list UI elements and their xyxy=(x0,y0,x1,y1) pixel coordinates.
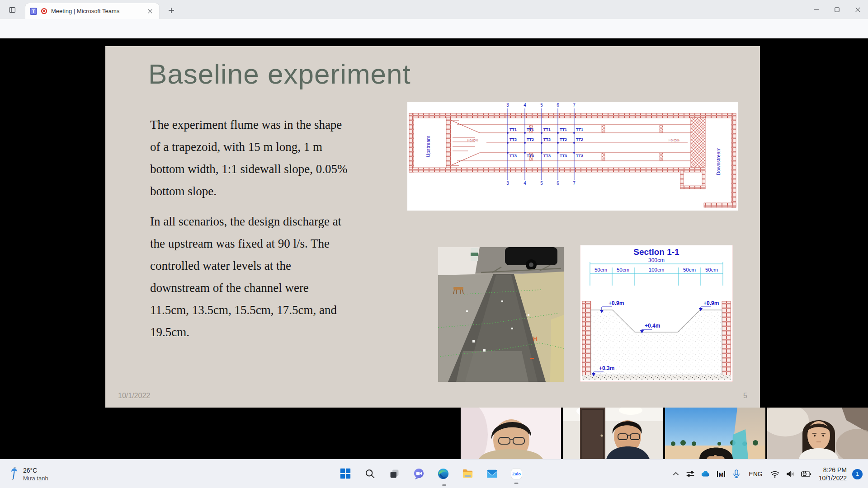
maximize-button[interactable] xyxy=(826,0,847,19)
plan-right-wall xyxy=(731,113,736,207)
screen: T Meeting | Microsoft Teams xyxy=(0,0,868,488)
door xyxy=(580,408,605,459)
running-indicator xyxy=(514,483,519,484)
tab-title: Meeting | Microsoft Teams xyxy=(51,8,142,14)
taskbar-clock[interactable]: 8:26 PM 10/1/2022 xyxy=(819,466,847,482)
close-window-button[interactable] xyxy=(847,0,868,19)
svg-text:Zalo: Zalo xyxy=(512,472,521,476)
plan-gauge-label: TT1 xyxy=(509,127,517,132)
zalo-button[interactable]: Zalo xyxy=(507,462,525,485)
plan-section-number-bottom: 4 xyxy=(524,181,526,186)
section-left-wall xyxy=(582,301,591,377)
m-app-icon-button[interactable]: M xyxy=(713,465,729,483)
plan-gauge-dot xyxy=(541,142,542,144)
participant-video-4[interactable] xyxy=(767,408,868,459)
section-right-wall xyxy=(722,301,731,377)
plan-gauge-label: TT1 xyxy=(543,127,551,132)
mail-button[interactable] xyxy=(483,462,501,485)
plan-downstream-gate xyxy=(691,117,705,167)
plan-gauge-label: TT2 xyxy=(543,137,551,142)
battery-icon-button[interactable] xyxy=(798,465,814,483)
close-icon xyxy=(855,7,860,12)
volume-icon-button[interactable] xyxy=(783,465,798,483)
windows-taskbar: 26°C Mưa tạnh xyxy=(0,459,868,488)
participant-2-video xyxy=(563,408,663,459)
chat-camera-icon xyxy=(413,468,425,480)
plan-gauge-dot xyxy=(524,132,526,134)
slide-paragraph-1: The experiment flume was in the shape of… xyxy=(150,114,376,202)
participant-3-video xyxy=(665,408,765,459)
edge-browser-button[interactable] xyxy=(434,462,452,485)
participant-1-video xyxy=(461,408,561,459)
record-icon xyxy=(41,8,47,14)
file-explorer-button[interactable] xyxy=(458,462,476,485)
section-segment-width: 50cm xyxy=(705,267,718,272)
umbrella-icon xyxy=(9,466,19,482)
plan-gauge-label: TT1 xyxy=(560,127,567,132)
plan-gauge-dot xyxy=(573,152,575,154)
weather-temperature: 26°C xyxy=(23,466,48,474)
microphone-icon-button[interactable] xyxy=(729,465,744,483)
plan-gauge-label: TT1 xyxy=(527,127,534,132)
wifi-icon xyxy=(769,469,780,479)
section-title: Section 1-1 xyxy=(633,247,679,257)
start-button[interactable] xyxy=(336,462,354,485)
plan-gauge-dot xyxy=(507,142,509,144)
plan-section-number-top: 6 xyxy=(557,103,559,108)
plan-section-number-bottom: 3 xyxy=(506,181,509,186)
tray-mixer-icon-button[interactable] xyxy=(683,465,698,483)
tab-close-button[interactable] xyxy=(146,7,155,16)
notification-badge[interactable]: 1 xyxy=(852,469,863,479)
plan-gauge-dot xyxy=(507,152,509,154)
search-icon xyxy=(364,468,376,479)
plan-gauge-label: TT2 xyxy=(560,137,567,142)
plan-gauge-dot xyxy=(573,132,575,134)
plan-gauge-dot xyxy=(541,132,542,134)
tray-overflow-button[interactable] xyxy=(669,465,683,483)
chevron-up-icon xyxy=(671,469,681,479)
section-segment-width: 50cm xyxy=(594,267,607,272)
folder-icon xyxy=(462,468,474,480)
plan-section-number-bottom: 7 xyxy=(573,181,576,186)
tab-actions-icon xyxy=(8,6,16,14)
search-button[interactable] xyxy=(361,462,379,485)
speaker-icon xyxy=(785,469,796,479)
wifi-icon-button[interactable] xyxy=(767,465,783,483)
minimize-button[interactable] xyxy=(806,0,826,19)
battery-charging-icon xyxy=(800,469,812,479)
plan-slope-label-2: i=0.05% xyxy=(669,139,679,142)
elevation-base-label: +0.3m xyxy=(599,365,614,371)
browser-tab-strip: T Meeting | Microsoft Teams xyxy=(0,0,868,19)
onedrive-icon-button[interactable] xyxy=(698,465,713,483)
plan-section-number-top: 5 xyxy=(540,103,543,108)
zalo-icon: Zalo xyxy=(510,468,523,480)
system-tray: M ENG xyxy=(669,460,868,488)
plan-upstream-label: Upstream xyxy=(425,136,431,157)
participant-video-3[interactable] xyxy=(665,408,765,459)
teams-icon: T xyxy=(30,8,37,15)
plan-section-number-bottom: 5 xyxy=(540,181,543,186)
section-overall-width: 300cm xyxy=(648,257,665,263)
edge-running-indicator xyxy=(442,484,446,486)
weather-widget[interactable]: 26°C Mưa tạnh xyxy=(5,462,53,486)
window-controls xyxy=(806,0,868,19)
plan-top-wall xyxy=(409,113,736,118)
plan-upstream-wall xyxy=(446,117,451,168)
teams-chat-button[interactable] xyxy=(410,462,428,485)
participant-video-1[interactable] xyxy=(461,408,561,459)
browser-tab-active[interactable]: T Meeting | Microsoft Teams xyxy=(25,3,159,19)
language-indicator[interactable]: ENG xyxy=(744,470,767,478)
windows-icon xyxy=(340,468,351,479)
flume-photo xyxy=(438,247,564,382)
tab-actions-button[interactable] xyxy=(6,4,18,16)
svg-text:T: T xyxy=(32,9,35,14)
plan-gauge-dot xyxy=(557,152,559,154)
page-content: Baseline experiment The experiment flume… xyxy=(0,38,868,459)
maximize-icon xyxy=(835,7,840,12)
plan-downstream-bottom-wall xyxy=(704,203,736,207)
plus-icon xyxy=(168,7,175,14)
new-tab-button[interactable] xyxy=(165,5,177,16)
presentation-slide: Baseline experiment The experiment flume… xyxy=(105,46,760,408)
participant-video-2[interactable] xyxy=(563,408,663,459)
task-view-button[interactable] xyxy=(385,462,403,485)
